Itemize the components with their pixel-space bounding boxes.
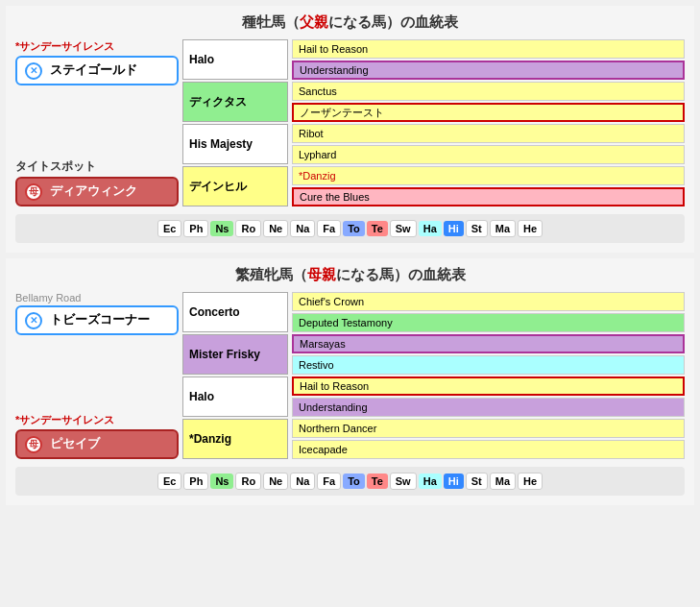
leg-st: St [466,220,488,237]
leg-ns: Ns [210,221,233,236]
sire-label: *サンデーサイレンス [15,39,179,54]
leg2-ne: Ne [263,473,288,490]
horse-icon-2: ✕ [25,312,42,329]
leg2-st: St [466,473,488,490]
col3-7: Cure the Blues [292,187,685,206]
leg2-sw: Sw [390,473,417,490]
section1-title: 種牡馬（父親になる馬）の血統表 [15,13,685,32]
col3-5: Lyphard [292,145,685,164]
leg2-ha: Ha [419,473,442,489]
col2-cell-2: His Majesty [182,124,288,164]
col3b-3: Restivo [292,355,685,375]
col2-cell-3: デインヒル [182,166,288,206]
leg2-hi: Hi [444,473,464,489]
col3-3: ノーザンテースト [292,103,685,122]
leg-ha: Ha [419,221,442,236]
leg2-ro: Ro [235,473,261,490]
leg-na: Na [290,220,315,237]
dam-label-text: タイトスポット [15,158,179,175]
col2-cell-0: Halo [182,39,288,80]
leg-te: Te [367,221,388,236]
leg-ma: Ma [490,220,516,237]
col2b-cell-1: Mister Frisky [182,334,288,375]
leg2-ec: Ec [157,473,181,490]
leg2-te: Te [367,473,388,489]
leg2-he: He [518,473,543,490]
col2-cell-1: ディクタス [182,82,288,122]
leg2-ma: Ma [490,473,516,490]
leg-fa: Fa [317,220,341,237]
leg2-fa: Fa [317,473,341,490]
col3b-0: Chief's Crown [292,292,685,311]
leg2-ph: Ph [183,473,208,490]
col3-1: Understanding [292,61,685,80]
col3-4: Ribot [292,124,685,143]
horse-box-2: ✕ トビーズコーナー [15,305,179,335]
col3-0: Hail to Reason [292,39,685,59]
leg-ro: Ro [235,220,261,237]
section2-title: 繁殖牝馬（母親になる馬）の血統表 [15,266,685,284]
col3b-1: Deputed Testamony [292,313,685,332]
leg-ec: Ec [157,220,181,237]
leg-ph: Ph [183,220,208,237]
leg-sw: Sw [390,220,417,237]
col3b-4: Hail to Reason [292,376,685,396]
dam-box-2: 母 ピセイブ [15,429,179,459]
col3-6: *Danzig [292,166,685,185]
col2b-cell-0: Concerto [182,292,288,332]
col2b-cell-2: Halo [182,376,288,417]
leg-hi: Hi [444,221,464,236]
section2: 繁殖牝馬（母親になる馬）の血統表 Bellamy Road ✕ トビーズコーナー… [6,258,694,505]
leg2-na: Na [290,473,315,490]
dam-icon: 母 [25,183,42,201]
section1: 種牡馬（父親になる馬）の血統表 *サンデーサイレンス ✕ ステイゴールド タイト… [6,6,694,253]
col3b-2: Marsayas [292,334,685,353]
col3b-7: Icecapade [292,440,685,459]
legend1: Ec Ph Ns Ro Ne Na Fa To Te Sw Ha Hi St M… [15,214,685,243]
sire-icon: ✕ [25,62,42,80]
col3b-5: Understanding [292,398,685,417]
col3-2: Sanctus [292,82,685,101]
leg2-to: To [343,473,365,489]
col2b-cell-3: *Danzig [182,419,288,459]
col3b-6: Northern Dancer [292,419,685,438]
dam-icon-2: 母 [25,436,42,453]
leg-he: He [518,220,543,237]
dam-label-2: *サンデーサイレンス [15,413,179,427]
dam-box: 母 ディアウィンク [15,177,179,206]
leg-to: To [343,221,365,236]
leg-ne: Ne [263,220,288,237]
leg2-ns: Ns [210,473,233,489]
horse-label-2: Bellamy Road [15,292,179,304]
sire-box: ✕ ステイゴールド [15,56,179,85]
legend2: Ec Ph Ns Ro Ne Na Fa To Te Sw Ha Hi St M… [15,467,685,496]
